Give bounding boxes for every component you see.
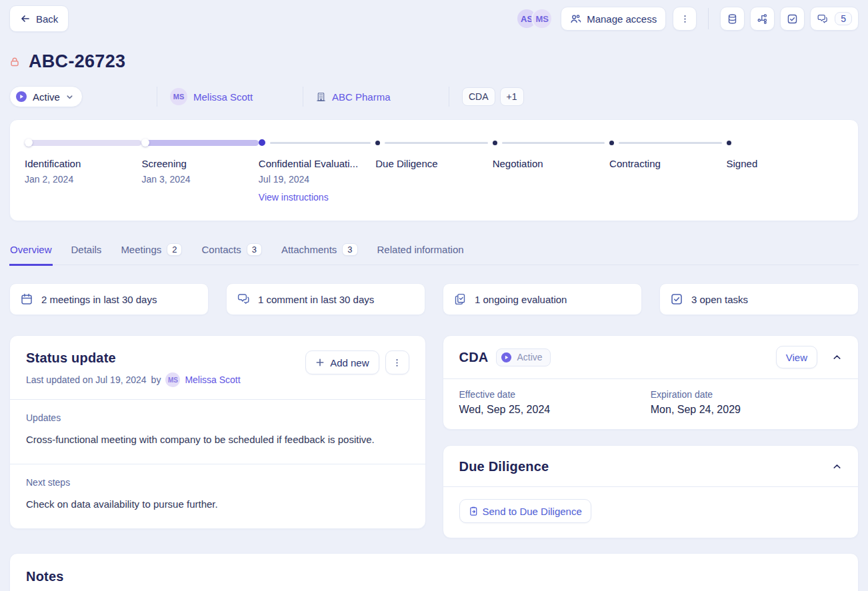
owner-section: MS Melissa Scott <box>170 88 290 105</box>
meta-divider <box>303 87 303 107</box>
add-new-button[interactable]: Add new <box>305 350 379 374</box>
comment-icon <box>237 293 250 306</box>
send-to-due-diligence-button[interactable]: Send to Due Diligence <box>459 499 591 523</box>
database-button[interactable] <box>720 7 745 31</box>
stage-segment <box>385 142 487 144</box>
last-updated-text: Last updated on Jul 19, 2024 <box>26 374 147 385</box>
last-updated-row: Last updated on Jul 19, 2024 by MS Melis… <box>26 372 241 387</box>
stage-identification[interactable]: Identification Jan 2, 2024 <box>25 137 141 203</box>
avatar[interactable]: MS <box>531 8 553 29</box>
pipeline-card: Identification Jan 2, 2024 Screening Jan… <box>9 119 859 221</box>
summary-card-tasks[interactable]: 3 open tasks <box>659 283 859 315</box>
tab-label: Related information <box>377 244 464 255</box>
lock-icon <box>9 57 20 67</box>
summary-label: 3 open tasks <box>691 294 748 305</box>
tab-contacts[interactable]: Contacts 3 <box>201 241 262 266</box>
stage-dot-upcoming <box>493 141 497 145</box>
summary-card-comments[interactable]: 1 comment in last 30 days <box>226 283 425 315</box>
play-circle-icon <box>15 91 27 103</box>
summary-row: 2 meetings in last 30 days 1 comment in … <box>9 283 859 315</box>
stage-date: Jan 2, 2024 <box>25 174 141 185</box>
summary-card-meetings[interactable]: 2 meetings in last 30 days <box>9 283 209 315</box>
stage-negotiation[interactable]: Negotiation <box>493 137 609 203</box>
stage-screening[interactable]: Screening Jan 3, 2024 <box>141 137 258 203</box>
kebab-icon <box>680 14 690 24</box>
pipeline-stages: Identification Jan 2, 2024 Screening Jan… <box>25 137 843 203</box>
field-value: Mon, Sep 24, 2029 <box>651 404 842 416</box>
tab-details[interactable]: Details <box>71 241 103 266</box>
back-button[interactable]: Back <box>9 5 69 32</box>
tab-attachments[interactable]: Attachments 3 <box>281 241 359 266</box>
status-dropdown[interactable]: Active <box>9 86 83 107</box>
topbar-divider <box>708 8 709 29</box>
cda-view-button[interactable]: View <box>776 346 817 368</box>
tasks-button[interactable] <box>780 7 805 31</box>
by-label: by <box>151 374 161 385</box>
checkbox-icon <box>787 13 798 25</box>
meta-divider <box>157 87 157 107</box>
avatar: MS <box>165 372 180 387</box>
database-icon <box>727 13 738 25</box>
status-section: Active <box>9 86 144 107</box>
stage-segment <box>25 140 141 146</box>
summary-label: 1 comment in last 30 days <box>258 294 374 305</box>
stage-name: Negotiation <box>493 158 609 169</box>
back-label: Back <box>36 13 58 25</box>
cda-collapse-toggle[interactable] <box>832 352 842 362</box>
topbar-icon-group: 5 <box>720 7 859 31</box>
company-link[interactable]: ABC Pharma <box>316 91 391 103</box>
stage-name: Due Diligence <box>375 158 492 169</box>
stage-contracting[interactable]: Contracting <box>609 137 726 203</box>
section-label: Next steps <box>26 477 409 488</box>
owner-name: Melissa Scott <box>193 91 253 103</box>
due-diligence-card: Due Diligence Send to Due Diligence <box>443 445 859 538</box>
manage-access-button[interactable]: Manage access <box>561 7 666 31</box>
stage-due-diligence[interactable]: Due Diligence <box>375 137 492 203</box>
stage-confidential-evaluation[interactable]: Confidential Evaluati... Jul 19, 2024 Vi… <box>259 137 375 203</box>
due-diligence-collapse-toggle[interactable] <box>832 462 842 472</box>
tab-related-information[interactable]: Related information <box>377 241 465 266</box>
stage-dot-upcoming <box>727 141 731 145</box>
tab-overview[interactable]: Overview <box>9 241 53 266</box>
view-instructions-link[interactable]: View instructions <box>259 192 329 203</box>
more-options-button[interactable] <box>673 7 697 31</box>
updates-section: Updates Cross-functional meeting with co… <box>10 400 425 464</box>
stage-segment <box>270 142 371 144</box>
stage-signed[interactable]: Signed <box>727 137 843 203</box>
stage-segment <box>619 142 721 144</box>
cda-title: CDA <box>459 350 489 365</box>
tab-label: Contacts <box>201 244 241 255</box>
status-update-card: Status update Last updated on Jul 19, 20… <box>9 335 426 529</box>
author-link[interactable]: Melissa Scott <box>185 374 240 385</box>
kebab-icon <box>392 358 402 368</box>
owner[interactable]: MS Melissa Scott <box>170 88 253 105</box>
summary-label: 2 meetings in last 30 days <box>41 294 157 305</box>
summary-card-evaluations[interactable]: 1 ongoing evaluation <box>443 283 642 315</box>
meta-row: Active MS Melissa Scott ABC Pharma <box>9 86 859 107</box>
stage-dot-upcoming <box>609 141 614 145</box>
cda-status-badge: Active <box>496 348 550 366</box>
next-steps-section: Next steps Check on data availability to… <box>10 464 425 528</box>
add-new-label: Add new <box>330 357 369 368</box>
title-row: ABC-26723 <box>9 51 859 72</box>
tab-meetings[interactable]: Meetings 2 <box>120 241 183 266</box>
tab-label: Overview <box>10 244 52 255</box>
tag-overflow[interactable]: +1 <box>500 87 524 106</box>
chat-icon <box>817 13 828 25</box>
tab-count-badge: 3 <box>247 243 262 256</box>
section-text: Check on data availability to pursue fur… <box>26 497 409 512</box>
status-update-more-button[interactable] <box>385 350 409 374</box>
workflow-button[interactable] <box>750 7 775 31</box>
stage-dot-upcoming <box>375 141 380 145</box>
comments-button[interactable]: 5 <box>810 7 859 31</box>
tab-count-badge: 2 <box>167 243 182 256</box>
effective-date-field: Effective date Wed, Sep 25, 2024 <box>459 389 651 416</box>
stage-name: Signed <box>727 158 843 169</box>
stage-segment <box>502 142 605 144</box>
chevron-down-icon <box>65 93 74 101</box>
users-icon <box>570 13 581 25</box>
task-check-icon <box>670 293 683 306</box>
tag[interactable]: CDA <box>462 87 495 106</box>
right-column: CDA Active View <box>443 335 859 538</box>
field-value: Wed, Sep 25, 2024 <box>459 404 651 416</box>
